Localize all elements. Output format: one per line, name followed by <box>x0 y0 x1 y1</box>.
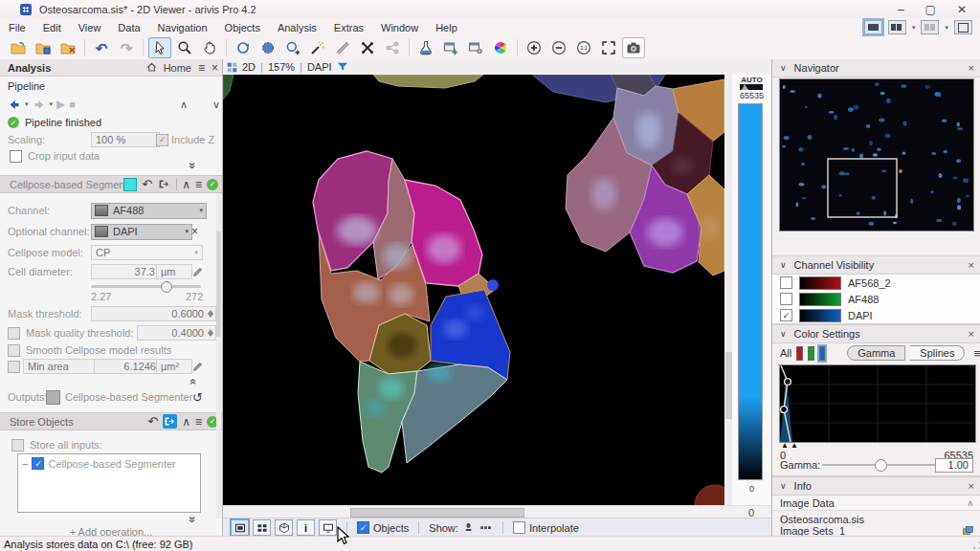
layout-grid-icon[interactable] <box>921 20 939 34</box>
hscroll-thumb[interactable] <box>350 508 524 518</box>
left-panel-scrollbar[interactable] <box>216 193 221 518</box>
range-max-marker[interactable]: ▲ <box>791 441 798 450</box>
collapse-segmenter-icon[interactable]: » <box>186 379 199 386</box>
magic-wand-tool-icon[interactable] <box>306 37 329 58</box>
run-forward-button[interactable] <box>33 99 46 111</box>
segmenter-collapse-icon[interactable]: ∧ <box>182 179 190 190</box>
store-collapse-icon[interactable]: ∧ <box>182 416 190 428</box>
range-min-marker[interactable]: ▲ <box>781 441 789 450</box>
run-forward-caret-icon[interactable]: ▾ <box>50 100 54 108</box>
min-area-edit-pencil-icon[interactable] <box>191 361 204 373</box>
minimize-button[interactable]: – <box>898 3 904 16</box>
view-3d-icon[interactable] <box>275 519 293 536</box>
ellipse-select-tool-icon[interactable] <box>256 37 279 58</box>
segmenter-store-icon[interactable] <box>157 177 171 191</box>
zoom-in-icon[interactable] <box>523 37 546 58</box>
cellpose-model-dropdown[interactable]: CP▾ <box>91 245 203 260</box>
redo-icon[interactable]: ↷ <box>115 37 138 58</box>
run-backward-caret-icon[interactable]: ▾ <box>25 100 29 108</box>
filter-icon[interactable] <box>337 62 348 72</box>
curve-handle[interactable] <box>785 379 791 386</box>
transform-tool-icon[interactable] <box>356 37 379 58</box>
menu-window[interactable]: Window <box>372 20 427 35</box>
fit-to-screen-icon[interactable] <box>597 37 620 58</box>
colorsettings-menu-icon[interactable]: ≡ <box>973 347 980 360</box>
snapshot-camera-icon[interactable] <box>622 37 645 58</box>
play-pipeline-button[interactable]: ▶ <box>56 98 65 111</box>
pipeline-collapse-down-icon[interactable]: ∨ <box>212 99 220 111</box>
include-z-checkbox[interactable] <box>156 134 168 146</box>
analysis-flask-icon[interactable] <box>414 37 437 58</box>
info-collapse-icon[interactable]: ∨ <box>780 481 787 491</box>
layout-dual-caret-icon[interactable]: ▾ <box>912 24 916 32</box>
save-file-icon[interactable] <box>32 37 55 58</box>
maximize-button[interactable]: ▢ <box>925 3 936 16</box>
menu-navigation[interactable]: Navigation <box>149 20 216 35</box>
zoom-out-icon[interactable] <box>547 37 570 58</box>
store-inputs-listbox[interactable]: − Cellpose-based Segmenter <box>17 453 201 513</box>
menu-extras[interactable]: Extras <box>325 20 372 35</box>
store-highlighted-icon[interactable] <box>163 414 177 429</box>
run-backward-button[interactable] <box>8 99 21 111</box>
measure-tool-icon[interactable] <box>331 37 354 58</box>
viewer-vertical-scrollbar[interactable] <box>725 75 732 505</box>
image-data-section[interactable]: Image Data ∧ <box>772 496 980 511</box>
view-grid-icon[interactable] <box>253 519 271 536</box>
panel-menu-icon[interactable]: ≡ <box>198 62 205 74</box>
mini-histogram-icon[interactable] <box>740 84 763 90</box>
segmentation-canvas[interactable] <box>223 75 724 505</box>
menu-view[interactable]: View <box>70 20 110 35</box>
pan-tool-icon[interactable] <box>198 37 221 58</box>
menu-analysis[interactable]: Analysis <box>269 20 325 35</box>
segmenter-enabled-icon[interactable]: ✓ <box>207 179 218 190</box>
collapse-section-icon[interactable]: » <box>186 163 199 169</box>
layout-single-icon[interactable] <box>864 20 882 34</box>
menu-help[interactable]: Help <box>427 20 466 35</box>
store-menu-icon[interactable]: ≡ <box>195 416 202 428</box>
layout-grid-caret-icon[interactable]: ▾ <box>945 24 948 32</box>
smooth-results-checkbox[interactable] <box>8 344 20 357</box>
mask-quality-checkbox[interactable] <box>8 327 20 340</box>
crop-input-checkbox[interactable] <box>10 150 22 163</box>
store-all-inputs-checkbox[interactable] <box>11 439 24 452</box>
undo-icon[interactable]: ↶ <box>90 37 113 58</box>
view-single-icon[interactable] <box>231 519 249 536</box>
share-nodes-icon[interactable] <box>381 37 404 58</box>
image-data-collapse-icon[interactable]: ∧ <box>967 498 973 508</box>
min-area-value-field[interactable]: 6.1246 <box>94 359 161 374</box>
mask-threshold-field[interactable]: 0.6000 <box>91 306 216 321</box>
viewer-settings-window-icon[interactable] <box>464 37 487 58</box>
menu-edit[interactable]: Edit <box>34 20 70 35</box>
segmenter-menu-icon[interactable]: ≡ <box>195 179 202 190</box>
blue-channel-swatch[interactable] <box>819 346 826 361</box>
close-file-icon[interactable] <box>56 37 79 58</box>
min-area-name-field[interactable]: Min area <box>23 359 96 374</box>
home-button[interactable]: Home <box>164 62 191 74</box>
info-close-icon[interactable]: × <box>969 480 974 492</box>
viewer-zoom-level[interactable]: 157% <box>268 61 295 73</box>
gamma-slider-handle[interactable] <box>875 459 887 472</box>
segmenter-color-swatch[interactable] <box>123 178 137 191</box>
menu-data[interactable]: Data <box>109 20 148 35</box>
red-channel-swatch[interactable] <box>796 346 803 361</box>
colorsettings-close-icon[interactable]: × <box>969 328 974 340</box>
channel-af568-gradient-swatch[interactable] <box>799 276 841 290</box>
channel-dropdown[interactable]: AF488▾ <box>91 203 207 219</box>
channel-af488-gradient-swatch[interactable] <box>799 293 841 306</box>
open-file-icon[interactable] <box>7 37 30 58</box>
pipeline-collapse-up-icon[interactable]: ∧ <box>180 99 188 111</box>
cell-diameter-field[interactable]: 37.3 <box>91 264 160 279</box>
viewer-mode-icon[interactable] <box>227 62 237 73</box>
new-viewer-window-icon[interactable] <box>439 37 462 58</box>
home-icon[interactable] <box>146 62 157 73</box>
optional-channel-dropdown[interactable]: DAPI▾ <box>91 224 192 240</box>
outputs-color-swatch[interactable] <box>46 390 60 405</box>
zoom-tool-icon[interactable] <box>173 37 196 58</box>
gamma-tab[interactable]: Gamma <box>847 345 905 361</box>
zoom-one-to-one-icon[interactable]: 1:1 <box>572 37 595 58</box>
channels-close-icon[interactable]: × <box>969 259 974 271</box>
stop-pipeline-button[interactable]: ■ <box>69 99 76 110</box>
navigator-close-icon[interactable]: × <box>969 62 974 74</box>
cell-diameter-slider-handle[interactable] <box>161 281 172 293</box>
objects-checkbox[interactable] <box>357 521 369 534</box>
